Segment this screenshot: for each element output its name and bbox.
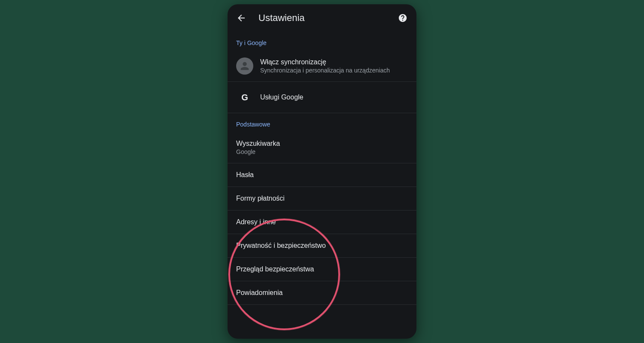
google-services-item[interactable]: G Usługi Google [228, 82, 416, 113]
addresses-item[interactable]: Adresy i inne [228, 211, 416, 234]
safety-check-title: Przegląd bezpieczeństwa [236, 265, 408, 273]
passwords-title: Hasła [236, 171, 408, 179]
sync-text: Włącz synchronizację Synchronizacja i pe… [260, 58, 408, 74]
settings-screen: Ustawienia Ty i Google Włącz synchroniza… [228, 4, 416, 339]
payment-methods-title: Formy płatności [236, 195, 408, 202]
privacy-title: Prywatność i bezpieczeństwo [236, 242, 408, 250]
page-title: Ustawienia [258, 12, 398, 24]
notifications-item[interactable]: Powiadomienia [228, 281, 416, 305]
addresses-title: Adresy i inne [236, 218, 408, 226]
google-services-title: Usługi Google [260, 93, 408, 101]
arrow-left-icon [236, 13, 246, 23]
sync-subtitle: Synchronizacja i personalizacja na urząd… [260, 67, 408, 74]
search-engine-item[interactable]: Wyszukiwarka Google [228, 132, 416, 163]
passwords-item[interactable]: Hasła [228, 163, 416, 187]
section-header-basics: Podstawowe [228, 113, 416, 132]
search-engine-title: Wyszukiwarka [236, 140, 408, 147]
sync-item[interactable]: Włącz synchronizację Synchronizacja i pe… [228, 51, 416, 82]
google-services-text: Usługi Google [260, 93, 408, 101]
help-icon [398, 13, 407, 23]
back-button[interactable] [236, 13, 246, 23]
help-button[interactable] [398, 13, 408, 23]
google-g-icon: G [236, 89, 253, 106]
avatar-icon [236, 57, 253, 75]
sync-title: Włącz synchronizację [260, 58, 408, 66]
search-engine-subtitle: Google [236, 148, 408, 155]
safety-check-item[interactable]: Przegląd bezpieczeństwa [228, 258, 416, 281]
notifications-title: Powiadomienia [236, 289, 408, 297]
section-header-you-google: Ty i Google [228, 32, 416, 51]
privacy-item[interactable]: Prywatność i bezpieczeństwo [228, 234, 416, 258]
payment-methods-item[interactable]: Formy płatności [228, 187, 416, 211]
app-header: Ustawienia [228, 4, 416, 32]
